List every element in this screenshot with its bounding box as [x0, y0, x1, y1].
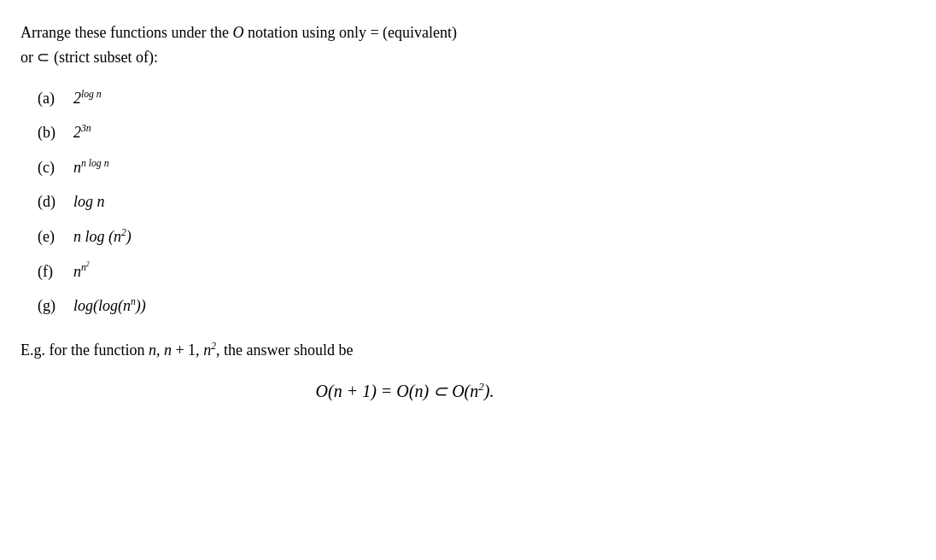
big-o-letter: O — [232, 24, 243, 41]
list-item: (a) 2log n — [38, 85, 789, 112]
list-item: (g) log(log(nn)) — [38, 293, 789, 319]
item-expr-c: nn log n — [73, 155, 108, 181]
list-item: (f) nn2 — [38, 259, 789, 285]
item-label-d: (d) — [38, 189, 73, 215]
item-expr-f: nn2 — [73, 259, 90, 285]
item-expr-e: n log (n2) — [73, 224, 132, 250]
example-formula: O(n + 1) = O(n) ⊂ O(n2). — [20, 380, 789, 401]
functions-list: (a) 2log n (b) 23n (c) nn log n (d) log … — [38, 85, 789, 319]
intro-paragraph: Arrange these functions under the O nota… — [20, 20, 789, 70]
item-label-a: (a) — [38, 85, 73, 112]
item-label-c: (c) — [38, 155, 73, 181]
item-expr-g: log(log(nn)) — [73, 293, 146, 319]
list-item: (e) n log (n2) — [38, 224, 789, 250]
item-label-e: (e) — [38, 224, 73, 250]
problem-statement: Arrange these functions under the O nota… — [20, 20, 789, 400]
item-label-g: (g) — [38, 293, 73, 319]
item-label-b: (b) — [38, 120, 73, 146]
list-item: (b) 23n — [38, 120, 789, 146]
item-label-f: (f) — [38, 259, 73, 285]
item-expr-d: log n — [73, 189, 105, 215]
item-expr-b: 23n — [73, 120, 91, 146]
list-item: (c) nn log n — [38, 155, 789, 181]
list-item: (d) log n — [38, 189, 789, 215]
item-expr-a: 2log n — [73, 85, 102, 112]
example-paragraph: E.g. for the function n, n + 1, n2, the … — [20, 338, 789, 363]
